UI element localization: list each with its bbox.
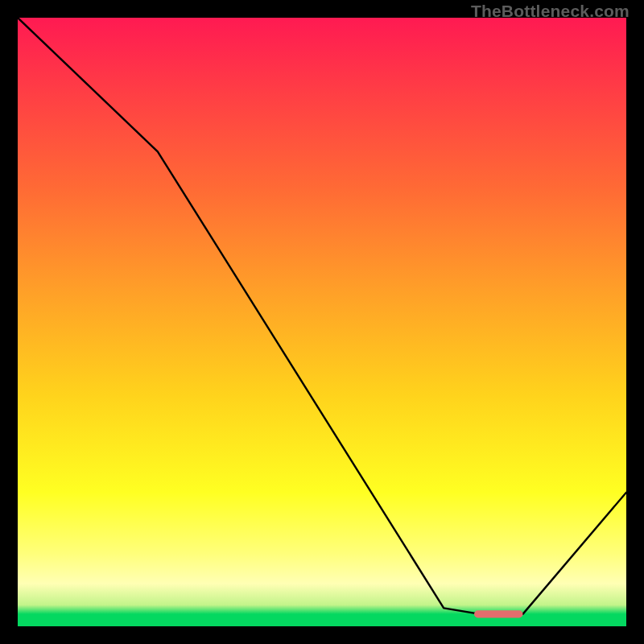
bottleneck-curve <box>18 18 626 614</box>
optimal-marker <box>474 610 522 617</box>
watermark-text: TheBottleneck.com <box>471 2 630 21</box>
chart-svg <box>18 18 626 626</box>
plot-area <box>18 18 626 626</box>
chart-stage: TheBottleneck.com <box>0 0 644 644</box>
